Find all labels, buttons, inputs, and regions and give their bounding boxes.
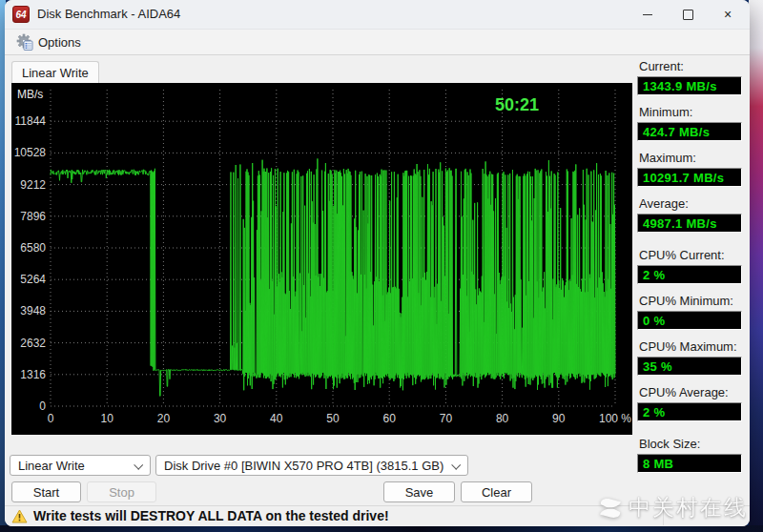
stat-block: Average:4987.1 MB/s [637,196,746,233]
stat-label: CPU% Minimum: [639,294,746,308]
start-button[interactable]: Start [11,481,81,502]
y-axis-unit-label: MB/s [17,88,43,101]
axis-tick-label: 40 [270,412,283,425]
stat-value: 0 % [638,314,665,328]
clear-button-label: Clear [482,485,511,500]
axis-tick-label: 2632 [20,337,46,350]
save-button[interactable]: Save [383,481,455,502]
axis-tick-label: 10 [101,412,114,425]
maximize-button[interactable] [668,0,708,29]
test-type-value: Linear Write [18,459,85,473]
chart-panel: MB/s131626323948526465807896921210528118… [11,83,632,435]
stat-value-box: 10291.7 MB/s [637,168,742,187]
stat-label: Average: [639,196,746,211]
stat-label: Maximum: [639,151,746,165]
stat-value: 1343.9 MB/s [638,79,717,93]
status-bar: Write tests will DESTROY ALL DATA on the… [5,505,750,526]
axis-tick-label: 80 [496,412,509,425]
axis-tick-label: 0 [39,399,46,413]
benchmark-chart: MB/s131626323948526465807896921210528118… [11,83,632,435]
axis-tick-label: 6580 [20,241,46,255]
stat-value: 2 % [638,405,665,419]
options-menu[interactable]: Options [12,31,85,52]
status-bar-divider [663,508,664,525]
stat-label: Minimum: [639,105,746,119]
stat-value: 10291.7 MB/s [638,171,724,185]
stat-block: CPU% Minimum:0 % [637,294,746,330]
axis-tick-label: 5264 [20,273,46,286]
stat-block: Minimum:424.7 MB/s [637,105,746,141]
tab-linear-write[interactable]: Linear Write [11,61,99,84]
app-window: 64 Disk Benchmark - AIDA64 × [5,0,750,526]
axis-tick-label: 0 [48,412,54,425]
close-button[interactable]: × [708,0,748,29]
stat-block: CPU% Current:2 % [637,248,746,284]
axis-tick-label: 1316 [20,368,46,381]
stat-block: CPU% Average:2 % [637,385,746,421]
stat-label: CPU% Current: [639,248,746,262]
stat-label: CPU% Maximum: [639,339,746,354]
stat-value-box: 2 % [637,402,742,421]
stat-value-box: 0 % [637,311,742,330]
status-warning: Write tests will DESTROY ALL DATA on the… [11,508,389,523]
warning-icon [11,509,28,523]
stat-value: 424.7 MB/s [638,125,710,139]
stat-block: Block Size:8 MB [637,437,746,473]
axis-tick-label: 11844 [15,114,47,128]
stat-value: 35 % [638,359,672,374]
close-icon: × [724,8,732,21]
axis-tick-label: 60 [383,412,397,425]
options-gear-icon [16,33,33,51]
axis-tick-label: 10528 [14,146,47,159]
clear-button[interactable]: Clear [461,481,532,502]
maximize-icon [683,10,693,20]
axis-tick-label: 20 [157,412,171,425]
stat-value-box: 424.7 MB/s [637,122,742,141]
stop-button-label: Stop [109,485,134,500]
axis-tick-label: 30 [214,412,227,425]
stats-panel: Current:1343.9 MB/sMinimum:424.7 MB/sMax… [637,59,746,482]
desktop-background-bottom [0,525,763,532]
axis-tick-label: 100 % [599,412,631,425]
minimize-button[interactable] [628,0,668,29]
axis-tick-label: 7896 [20,210,46,223]
minimize-icon [643,14,652,15]
stat-block: Current:1343.9 MB/s [637,59,746,95]
axis-tick-label: 50 [326,412,340,425]
title-bar[interactable]: 64 Disk Benchmark - AIDA64 × [5,0,750,30]
stat-value: 4987.1 MB/s [638,216,717,231]
stat-label: CPU% Average: [639,385,746,399]
window-controls: × [628,0,748,29]
stat-block: Maximum:10291.7 MB/s [637,151,746,187]
window-title: Disk Benchmark - AIDA64 [37,7,180,21]
status-warning-text: Write tests will DESTROY ALL DATA on the… [33,508,389,523]
drive-select[interactable]: Disk Drive #0 [BIWIN X570 PRO 4TB] (3815… [155,455,468,476]
menu-bar: Options [5,30,750,55]
stat-label: Block Size: [639,437,746,451]
stat-label: Current: [639,59,746,73]
desktop-background-right [749,0,763,532]
drive-select-value: Disk Drive #0 [BIWIN X570 PRO 4TB] (3815… [164,459,443,473]
stat-value-box: 35 % [637,357,742,376]
chevron-down-icon [134,460,143,470]
axis-tick-label: 90 [552,412,566,425]
save-button-label: Save [405,485,434,500]
stat-value-box: 1343.9 MB/s [637,76,742,95]
options-menu-label: Options [38,35,81,50]
axis-tick-label: 70 [440,412,453,425]
test-type-select[interactable]: Linear Write [10,455,151,476]
stat-value-box: 2 % [637,265,742,284]
stat-value: 2 % [638,268,665,282]
screen: 64 Disk Benchmark - AIDA64 × [0,0,763,532]
axis-tick-label: 3948 [20,304,46,317]
stat-value-box: 8 MB [637,454,742,473]
start-button-label: Start [33,485,59,500]
stat-value: 8 MB [638,457,673,471]
stat-value-box: 4987.1 MB/s [637,214,742,233]
elapsed-timer: 50:21 [495,95,539,114]
stop-button: Stop [87,481,156,502]
chevron-down-icon [451,460,461,470]
axis-tick-label: 9212 [20,178,46,192]
aida64-icon-text: 64 [15,10,26,20]
aida64-app-icon: 64 [12,6,30,23]
